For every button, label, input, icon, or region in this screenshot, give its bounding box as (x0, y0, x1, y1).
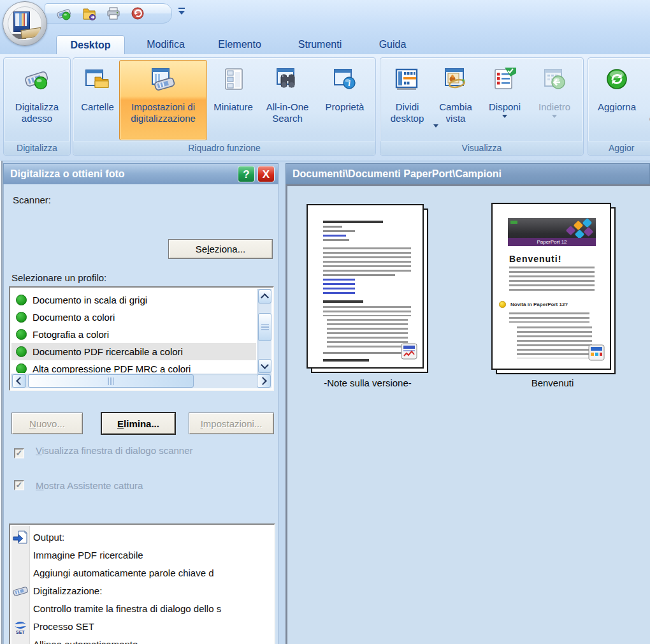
paperport-desktop[interactable]: -Note sulla versione- PaperPort 12 Benve… (285, 184, 650, 644)
profile-item[interactable]: Documento in scala di grigi (11, 291, 256, 309)
item-caption[interactable]: Benvenuti (476, 377, 629, 388)
output-icon (12, 529, 29, 546)
tab-strumenti[interactable]: Strumenti (287, 35, 353, 54)
group-label-visualizza: Visualizza (380, 141, 583, 155)
chevron-right-icon (259, 377, 267, 385)
profile-item[interactable]: Alta compressione PDF MRC a colori (11, 360, 256, 373)
button-label: adesso (6, 113, 68, 124)
profile-item-label: Documento a colori (32, 312, 115, 323)
tab-guida[interactable]: Guida (371, 35, 414, 54)
button-label: E (117, 418, 124, 429)
profile-item-selected[interactable]: Documento PDF ricercabile a colori (11, 343, 256, 360)
button-label: eziona... (209, 244, 245, 254)
undo-quick-icon[interactable] (129, 6, 146, 21)
button-label: digitalizzazione (120, 113, 206, 124)
profile-item-label: Fotografia a colori (32, 329, 109, 340)
button-label: limina... (124, 418, 159, 429)
document-item-note-sulla-versione[interactable] (307, 204, 429, 375)
chevron-up-icon (261, 293, 269, 302)
tab-elemento[interactable]: Elemento (209, 35, 270, 54)
folder-path-header: Documenti\Documenti PaperPort\Campioni (285, 163, 650, 184)
folder-quick-icon[interactable] (81, 6, 98, 21)
disponi-button[interactable]: Disponi (482, 61, 527, 138)
properties-info-icon: i (318, 61, 372, 101)
close-pane-button[interactable]: X (257, 166, 275, 182)
tab-modifica[interactable]: Modifica (135, 35, 196, 54)
miniature-button[interactable]: Miniature (208, 61, 258, 138)
group-label-aggiorna: Aggior (588, 141, 650, 155)
seleziona-button[interactable]: Seleziona... (168, 239, 273, 259)
help-button[interactable]: ? (238, 166, 255, 182)
refresh-icon (592, 61, 642, 101)
item-caption[interactable]: -Note sulla versione- (291, 377, 444, 388)
green-dot-icon (16, 295, 27, 305)
ribbon-group-visualizza: Divididesktop Cambiavista (380, 57, 584, 156)
paperport-banner: PaperPort 12 (508, 218, 596, 246)
summary-row: Allinea automaticamente (33, 636, 273, 644)
ribbon-group-digitalizza: Digitalizzaadesso Digitalizza (3, 57, 71, 156)
print-quick-icon[interactable] (105, 6, 122, 21)
thumbnails-icon (208, 61, 258, 101)
paperport-logo-icon (8, 6, 42, 41)
scroll-down-button[interactable] (258, 359, 271, 373)
cambia-vista-button[interactable]: Cambiavista (431, 61, 480, 138)
proprieta-button[interactable]: i Proprietà (318, 61, 372, 138)
scroll-up-button[interactable] (258, 289, 271, 304)
horizontal-scrollbar[interactable] (11, 374, 271, 388)
all-in-one-search-button[interactable]: All-in-OneSearch (259, 61, 315, 138)
scroll-left-button[interactable] (12, 374, 26, 388)
vertical-scrollbar[interactable] (257, 289, 271, 374)
elimina-button[interactable]: Elimina... (101, 412, 176, 435)
vertical-scroll-thumb[interactable] (258, 313, 271, 341)
scan-summary-list: SET Output: Immagine PDF ricercabile Agg… (9, 523, 275, 644)
banner-title: PaperPort 12 (508, 238, 596, 246)
document-item-benvenuti[interactable]: PaperPort 12 Benvenuti! Novità in PaperP… (491, 203, 616, 376)
document-type-icon (401, 343, 417, 362)
scan-settings-icon (120, 61, 206, 101)
button-label: Cambia (431, 101, 480, 113)
button-label: N (29, 418, 36, 429)
ribbon-group-riquadro-funzione: Cartelle (73, 57, 376, 156)
aggiorna-button[interactable]: Aggiorna (592, 61, 642, 138)
button-label: vista (431, 113, 480, 124)
summary-row: Output: (33, 529, 273, 546)
document-type-icon (588, 344, 605, 363)
document-thumbnail[interactable] (307, 204, 424, 369)
partial-button[interactable]: e (644, 61, 650, 138)
tab-desktop[interactable]: Desktop (56, 35, 125, 55)
document-thumbnail[interactable]: PaperPort 12 Benvenuti! Novità in PaperP… (491, 203, 611, 370)
profile-item[interactable]: Fotografia a colori (11, 326, 256, 343)
dividi-desktop-button[interactable]: Divididesktop (386, 61, 429, 138)
cartelle-button[interactable]: Cartelle (77, 61, 118, 138)
show-capture-assistant-label: Mostra Assistente cattura (36, 479, 240, 492)
scan-pane-body: Scanner: Seleziona... Selezionare un pro… (3, 184, 278, 644)
svg-text:SET: SET (16, 630, 25, 634)
profile-listbox: Documento in scala di grigi Documento a … (9, 286, 274, 391)
scan-now-button[interactable]: Digitalizzaadesso (6, 61, 68, 138)
arrange-list-icon (482, 61, 527, 101)
chevron-left-icon (16, 377, 24, 385)
scan-settings-button[interactable]: Impostazioni didigitalizzazione (119, 60, 207, 140)
scroll-right-button[interactable] (257, 374, 271, 388)
thumb-grip (261, 325, 269, 330)
scan-pane-header: Digitalizza o ottieni foto ? X (3, 163, 278, 184)
split-desktop-icon (386, 61, 429, 101)
quick-access-more-button[interactable] (176, 5, 189, 18)
group-label-riquadro-funzione: Riquadro funzione (73, 141, 375, 155)
impostazioni-button: Impostazioni... (189, 413, 274, 434)
button-label: Se (196, 244, 207, 254)
title-bar: Desktop Modifica Elemento Strumenti Guid… (0, 0, 650, 54)
profile-item[interactable]: Documento a colori (11, 309, 256, 326)
quick-access-toolbar (45, 3, 172, 24)
show-capture-assistant-checkbox: ✓ (14, 480, 24, 490)
scan-quick-icon[interactable] (55, 6, 72, 21)
green-dot-icon (16, 312, 27, 323)
set-process-icon: SET (12, 618, 29, 635)
application-menu-button[interactable] (3, 1, 47, 46)
back-icon (530, 61, 579, 101)
chevron-down-icon (552, 115, 557, 118)
chevron-down-icon (178, 11, 185, 15)
button-label: desktop (386, 113, 429, 124)
chevron-down-icon (502, 115, 507, 118)
horizontal-scroll-thumb[interactable] (28, 374, 194, 388)
